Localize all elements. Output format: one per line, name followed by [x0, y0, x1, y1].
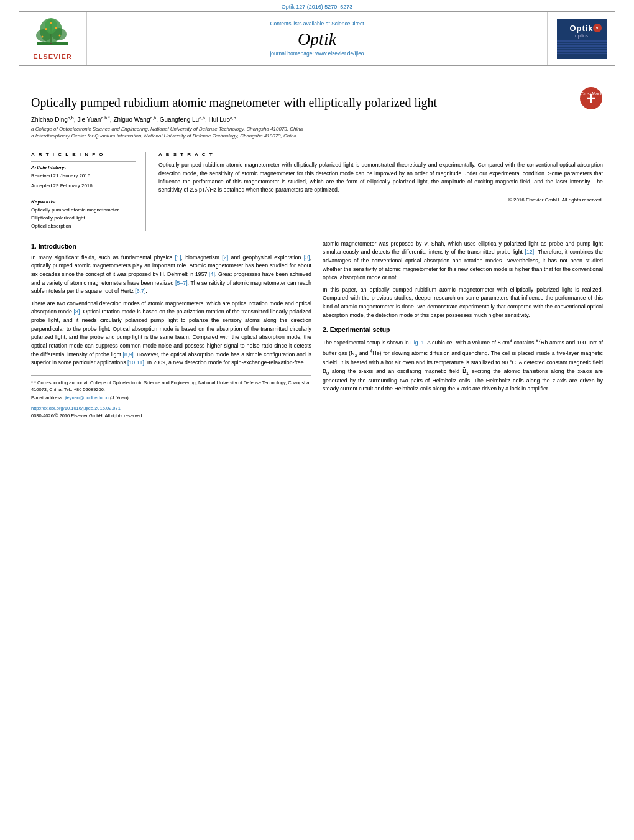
svg-point-5	[45, 19, 57, 34]
affiliation-a: a College of Optoelectronic Science and …	[31, 126, 603, 132]
main-content: Optically pumped rubidium atomic magneto…	[0, 66, 634, 431]
footnote-email[interactable]: jieyuan@nudt.edu.cn	[65, 395, 109, 400]
science-direct-line: Contents lists available at ScienceDirec…	[270, 21, 364, 27]
affiliation-b: b Interdisciplinary Center for Quantum I…	[31, 133, 603, 139]
footnote-email-line: E-mail address: jieyuan@nudt.edu.cn (J. …	[31, 394, 311, 401]
setup-heading: 2. Experimental setup	[323, 326, 603, 333]
article-title: Optically pumped rubidium atomic magneto…	[31, 95, 573, 111]
journal-header: ELSEVIER Contents lists available at Sci…	[19, 11, 615, 66]
author-zhiguo: Zhiguo Wang	[113, 116, 150, 123]
elsevier-tree-icon	[31, 17, 75, 51]
optik-logo-circle: 9	[593, 24, 602, 32]
crossmark-area: CrossMark	[579, 86, 603, 111]
info-abstract-area: A R T I C L E I N F O Article history: R…	[31, 152, 603, 230]
doi-header: Optik 127 (2016) 5270–5273	[0, 0, 634, 11]
science-direct-link[interactable]: ScienceDirect	[331, 21, 364, 27]
optik-logo-sub: optics	[575, 33, 588, 39]
author-guangfeng: Guangfeng Lu	[160, 116, 199, 123]
author-zhichao: Zhichao Ding	[31, 116, 68, 123]
author-hui: Hui Luo	[208, 116, 229, 123]
setup-p1: The experimental setup is shown in Fig. …	[323, 337, 603, 394]
intro-col2-p2: In this paper, an optically pumped rubid…	[323, 286, 603, 320]
homepage-link[interactable]: www.elsevier.de/ijleo	[315, 50, 364, 57]
keyword-1: Optically pumped atomic magnetometer	[31, 206, 136, 215]
accepted-text: Accepted 29 February 2016	[31, 182, 136, 190]
intro-p2: There are two conventional detection mod…	[31, 300, 311, 367]
journal-middle: Contents lists available at ScienceDirec…	[87, 12, 547, 65]
crossmark-icon: CrossMark	[579, 86, 603, 110]
journal-name: Optik	[298, 29, 336, 49]
homepage-text: journal homepage:	[270, 50, 313, 57]
history-label: Article history:	[31, 165, 136, 170]
footnote-email-suffix: (J. Yuan).	[110, 395, 130, 400]
contents-text: Contents lists available at	[270, 21, 329, 27]
ref-8-9[interactable]: [8,9]	[123, 351, 134, 358]
keyword-2: Elliptically polarized light	[31, 215, 136, 223]
body-col-left: 1. Introduction In many significant fiel…	[31, 240, 311, 418]
ref-fig1[interactable]: Fig. 1	[410, 339, 424, 346]
optik-logo-lines	[557, 40, 607, 54]
footnote-doi-area: http://dx.doi.org/10.1016/j.ijleo.2016.0…	[31, 405, 311, 411]
ref-10-11[interactable]: [10,11]	[127, 359, 144, 366]
ref-12[interactable]: [12]	[525, 249, 534, 255]
abstract-copyright: © 2016 Elsevier GmbH. All rights reserve…	[158, 197, 603, 203]
elsevier-text: ELSEVIER	[33, 53, 71, 60]
article-info-title: A R T I C L E I N F O	[31, 152, 136, 157]
title-area: Optically pumped rubidium atomic magneto…	[31, 83, 603, 116]
article-info-col: A R T I C L E I N F O Article history: R…	[31, 152, 146, 230]
doi-text: Optik 127 (2016) 5270–5273	[282, 4, 353, 10]
divider-1	[31, 145, 603, 145]
abstract-col: A B S T R A C T Optically pumped rubidiu…	[158, 152, 603, 230]
svg-point-6	[45, 28, 47, 30]
elsevier-logo: ELSEVIER	[19, 12, 87, 65]
page: Optik 127 (2016) 5270–5273 ELSEVIER	[0, 0, 634, 840]
ref-2[interactable]: [2]	[222, 254, 228, 261]
footnote-copyright: 0030-4026/© 2016 Elsevier GmbH. All righ…	[31, 413, 311, 418]
footnote-star: * * Corresponding author at: College of …	[31, 379, 311, 394]
optik-logo-text: Optik	[569, 24, 593, 33]
svg-point-9	[41, 36, 43, 38]
keyword-3: Optical absorption	[31, 223, 136, 231]
svg-point-7	[55, 27, 57, 29]
intro-p1: In many significant fields, such as fund…	[31, 254, 311, 296]
author-jie: Jie Yuan	[77, 116, 101, 123]
optik-logo-area: Optik optics 9	[547, 12, 615, 65]
body-columns: 1. Introduction In many significant fiel…	[31, 240, 603, 418]
authors-line: Zhichao Dinga,b, Jie Yuana,b,*, Zhiguo W…	[31, 116, 603, 123]
footnote-email-label: E-mail address:	[31, 395, 63, 400]
optik-logo-box: Optik optics 9	[557, 19, 607, 59]
intro-heading: 1. Introduction	[31, 242, 311, 250]
received-text: Received 21 January 2016	[31, 172, 136, 180]
body-col-right: atomic magnetometer was proposed by V. S…	[323, 240, 603, 418]
abstract-title: A B S T R A C T	[158, 152, 603, 157]
ref-4[interactable]: [4]	[209, 271, 215, 277]
footnote-area: * * Corresponding author at: College of …	[31, 375, 311, 418]
divider-2	[31, 161, 136, 162]
svg-point-10	[58, 35, 60, 37]
abstract-text: Optically pumped rubidium atomic magneto…	[158, 161, 603, 194]
ref-5-7[interactable]: [5–7]	[175, 280, 188, 286]
keywords-label: Keywords:	[31, 199, 136, 205]
divider-3	[31, 195, 136, 195]
footnote-star-text: * Corresponding author at: College of Op…	[31, 380, 310, 392]
homepage-line: journal homepage: www.elsevier.de/ijleo	[270, 50, 364, 57]
ref-6-7[interactable]: [6,7]	[135, 288, 145, 294]
ref-8[interactable]: [8]	[74, 308, 80, 315]
intro-col2-p1: atomic magnetometer was proposed by V. S…	[323, 240, 603, 282]
ref-1[interactable]: [1]	[175, 254, 181, 261]
svg-point-8	[50, 22, 52, 24]
footnote-doi-link[interactable]: http://dx.doi.org/10.1016/j.ijleo.2016.0…	[31, 405, 121, 411]
ref-3[interactable]: [3]	[304, 254, 310, 261]
